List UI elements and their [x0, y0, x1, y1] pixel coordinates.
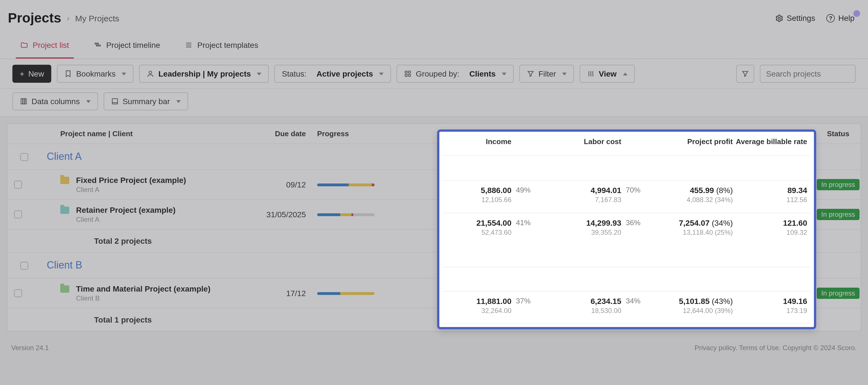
rate-sub: 109.32	[720, 216, 804, 223]
labor-sub: 39,355.20	[517, 216, 599, 223]
group-total-row: Total 2 projects	[7, 229, 861, 252]
profit-main: 7,254.07 (34%)	[630, 205, 720, 215]
summary-bar-button[interactable]: Summary bar	[103, 92, 188, 110]
col-header-labor[interactable]: Labor cost	[517, 129, 604, 138]
svg-point-6	[149, 71, 152, 74]
svg-rect-14	[21, 99, 23, 104]
checkbox[interactable]	[20, 261, 28, 269]
col-header-rate[interactable]: Average billable rate	[720, 129, 804, 138]
client-link[interactable]: Client B	[47, 259, 82, 271]
svg-rect-7	[405, 71, 407, 73]
checkbox[interactable]	[20, 153, 28, 161]
footer: Version 24.1 Privacy policy. Terms of Us…	[0, 338, 868, 357]
client-link[interactable]: Client A	[47, 151, 82, 162]
svg-rect-17	[112, 99, 118, 104]
income-pct: 49%	[492, 181, 517, 189]
rate-main: 89.34	[720, 175, 804, 185]
page-title: Projects	[8, 10, 61, 26]
income-sub: 32,264.00	[393, 294, 486, 302]
folder-icon	[60, 206, 69, 214]
income-main: 11,881.00	[393, 284, 486, 293]
tabs: Project list Project timeline Project te…	[0, 33, 868, 59]
checkbox[interactable]	[14, 181, 22, 189]
tab-project-list[interactable]: Project list	[16, 33, 73, 59]
due-date: 31/05/2025	[244, 210, 317, 219]
summary-icon	[111, 97, 119, 105]
grouped-by-button[interactable]: Grouped by: Clients	[397, 65, 514, 83]
page-header: Projects › My Projects Settings ? Help	[0, 0, 868, 33]
labor-sub: 7,167.83	[517, 186, 599, 194]
checkbox[interactable]	[14, 211, 22, 218]
help-button[interactable]: ? Help	[826, 13, 855, 23]
col-header-profit[interactable]: Project profit	[630, 129, 720, 138]
total-text: Total 2 projects	[41, 236, 256, 246]
table-row[interactable]: Retainer Project (example) Client A 31/0…	[7, 199, 861, 229]
project-table: Project name | Client Due date Progress …	[7, 123, 861, 331]
chevron-down-icon	[257, 72, 261, 75]
income-sub: 52,473.60	[393, 216, 486, 223]
rate-main: 149.16	[720, 284, 804, 293]
toolbar-secondary: Data columns Summary bar	[0, 89, 868, 117]
view-button[interactable]: View	[580, 65, 634, 83]
table-row[interactable]: Time and Material Project (example) Clie…	[7, 278, 861, 308]
data-columns-button[interactable]: Data columns	[12, 92, 98, 110]
status-filter-button[interactable]: Status: Active projects	[275, 65, 391, 83]
profit-sub: 4,088.32 (34%)	[630, 186, 720, 194]
chevron-down-icon	[502, 72, 506, 75]
copyright-text: Copyright © 2024 Scoro	[783, 344, 855, 352]
col-header-status[interactable]: Status	[804, 129, 861, 138]
income-pct: 37%	[492, 289, 517, 297]
settings-button[interactable]: Settings	[775, 13, 815, 23]
chevron-down-icon	[86, 100, 90, 103]
filter-button[interactable]: Filter	[519, 65, 574, 83]
svg-rect-9	[405, 74, 407, 76]
sliders-icon	[587, 70, 595, 78]
col-header-name[interactable]: Project name | Client	[29, 129, 244, 138]
notification-dot-icon	[854, 10, 860, 17]
total-text: Total 1 projects	[41, 315, 256, 324]
chevron-down-icon	[562, 72, 567, 75]
bookmarks-button[interactable]: Bookmarks	[57, 65, 133, 83]
progress-bar	[317, 183, 375, 186]
group-row-client-b: Client B	[7, 252, 861, 278]
svg-rect-8	[409, 71, 411, 73]
svg-rect-2	[96, 45, 100, 46]
project-client: Client A	[76, 216, 176, 223]
col-header-progress[interactable]: Progress	[317, 129, 393, 138]
search-input[interactable]	[760, 65, 856, 83]
table-header-row: Project name | Client Due date Progress …	[7, 124, 861, 143]
filter-icon	[527, 70, 534, 78]
tab-project-timeline[interactable]: Project timeline	[89, 33, 164, 59]
col-header-due[interactable]: Due date	[244, 129, 317, 138]
folder-icon	[60, 285, 69, 293]
col-header-income[interactable]: Income	[393, 129, 492, 138]
labor-pct: 36%	[604, 210, 630, 219]
toolbar: +New Bookmarks Leadership | My projects …	[0, 59, 868, 89]
terms-link[interactable]: Terms of Use	[739, 344, 779, 352]
help-icon: ?	[826, 14, 835, 22]
svg-rect-16	[25, 99, 27, 104]
progress-bar	[317, 213, 375, 216]
income-main: 5,886.00	[393, 175, 486, 185]
scope-button[interactable]: Leadership | My projects	[139, 65, 269, 83]
privacy-link[interactable]: Privacy policy	[694, 344, 735, 352]
status-badge: In progress	[817, 288, 860, 299]
progress-bar	[317, 292, 375, 295]
project-client: Client B	[76, 294, 210, 302]
table-row[interactable]: Fixed Price Project (example) Client A 0…	[7, 169, 861, 199]
tab-project-templates[interactable]: Project templates	[181, 33, 263, 59]
chevron-down-icon	[122, 72, 126, 75]
checkbox[interactable]	[14, 289, 22, 297]
income-sub: 12,105.66	[393, 186, 486, 194]
rate-sub: 112.56	[720, 186, 804, 194]
chevron-down-icon	[176, 100, 181, 103]
due-date: 09/12	[244, 180, 317, 189]
labor-pct: 34%	[604, 289, 630, 297]
new-button[interactable]: +New	[12, 65, 51, 83]
breadcrumb-chevron-icon: ›	[67, 13, 69, 23]
filter-toggle-button[interactable]	[736, 65, 754, 83]
folder-icon	[60, 177, 69, 184]
group-total-row: Total 1 projects	[7, 308, 861, 331]
project-name: Retainer Project (example)	[76, 205, 176, 215]
breadcrumb[interactable]: My Projects	[75, 13, 119, 23]
